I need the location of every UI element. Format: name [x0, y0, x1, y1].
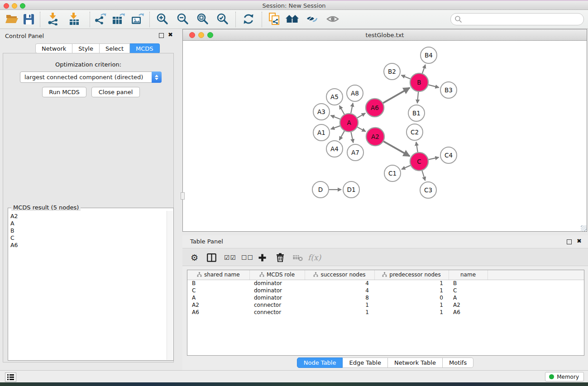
cell[interactable]: C [449, 287, 488, 294]
window-resize-grip[interactable] [581, 225, 587, 231]
graph-edge-A2-C[interactable] [383, 141, 410, 156]
cell[interactable]: C [187, 287, 249, 294]
show-eye-icon[interactable] [325, 12, 340, 26]
home-networks-icon[interactable] [285, 12, 300, 26]
close-panel-button[interactable]: Close panel [91, 87, 140, 97]
table-header-row[interactable]: shared nameMCDS rolesuccessor nodesprede… [187, 270, 584, 280]
graph-edge-A-A5[interactable] [339, 105, 344, 114]
mcds-result-item[interactable]: B [10, 227, 167, 234]
float-panel-icon[interactable] [159, 33, 164, 38]
cell[interactable]: A2 [187, 301, 249, 309]
graph-edge-A-A7[interactable] [351, 132, 353, 143]
cell[interactable]: 1 [305, 301, 374, 309]
dropdown-stepper-icon[interactable] [152, 71, 162, 83]
graph-edge-C-C2[interactable] [416, 142, 417, 152]
float-table-panel-icon[interactable] [567, 239, 572, 244]
cell[interactable]: A2 [449, 301, 488, 309]
cell[interactable]: A [449, 294, 488, 301]
cell[interactable]: 4 [305, 287, 374, 294]
graph-edge-B-B2[interactable] [401, 75, 410, 79]
hide-eye-icon[interactable] [305, 12, 320, 26]
table-row[interactable]: Bdominator41B [187, 280, 584, 287]
task-history-button[interactable] [5, 372, 16, 382]
graph-edge-A-A2[interactable] [358, 127, 366, 132]
cell[interactable]: 1 [374, 280, 449, 287]
tab-motifs[interactable]: Motifs [443, 357, 473, 368]
cell[interactable]: dominator [249, 280, 305, 287]
cell[interactable]: 1 [374, 301, 449, 309]
function-builder-icon[interactable]: f(x) [308, 251, 321, 264]
save-icon[interactable] [21, 12, 36, 26]
cell[interactable]: 1 [374, 309, 449, 316]
import-network-icon[interactable] [46, 12, 61, 26]
graph-edge-A-A3[interactable] [330, 115, 340, 119]
add-row-icon[interactable] [258, 251, 267, 264]
column-header-name[interactable]: name [449, 270, 488, 280]
cell[interactable]: connector [249, 301, 305, 309]
table-row[interactable]: A2connector11A2 [187, 301, 584, 309]
graph-edge-A-A1[interactable] [331, 126, 340, 129]
table-row[interactable]: Cdominator41C [187, 287, 584, 294]
export-image-icon[interactable] [130, 12, 145, 26]
tab-style[interactable]: Style [72, 43, 100, 53]
open-file-icon[interactable] [5, 12, 19, 26]
mcds-result-list[interactable]: A2ABCA6 [9, 211, 167, 360]
search-box[interactable] [450, 13, 584, 25]
graph-edge-B-B1[interactable] [417, 92, 418, 103]
network-window-titlebar[interactable]: testGlobe.txt [183, 29, 587, 41]
graph-edge-A6-B[interactable] [383, 88, 410, 103]
close-panel-icon[interactable]: ✖ [168, 31, 173, 38]
canvas-scrollbar-thumb[interactable] [181, 192, 185, 200]
tab-network[interactable]: Network [35, 43, 72, 53]
cell[interactable]: 1 [374, 287, 449, 294]
delete-row-icon[interactable] [276, 251, 284, 264]
tab-select[interactable]: Select [100, 43, 130, 53]
column-header-MCDS-role[interactable]: MCDS role [249, 270, 305, 280]
close-table-panel-icon[interactable]: ✖ [577, 238, 582, 244]
cell[interactable]: 4 [305, 280, 374, 287]
graph-edge-C-C3[interactable] [422, 171, 425, 181]
memory-button[interactable]: Memory [545, 372, 584, 381]
show-columns-icon[interactable] [207, 251, 216, 264]
tab-node-table[interactable]: Node Table [297, 357, 343, 368]
result-scrollbar[interactable] [167, 211, 173, 360]
graph-edge-C-C1[interactable] [402, 165, 411, 169]
table-row[interactable]: A6connector11A6 [187, 309, 584, 316]
refresh-icon[interactable] [241, 12, 256, 26]
graph-edge-A-A4[interactable] [339, 131, 344, 140]
network-graph[interactable]: B4B2BB3A5A8A6B1A3AC2A1A2A4A7C4CC1C3DD1 [183, 41, 587, 231]
graph-edge-C-C4[interactable] [429, 157, 439, 160]
graph-edge-B-B3[interactable] [428, 85, 439, 87]
mcds-result-item[interactable]: A2 [10, 213, 167, 220]
delete-table-icon[interactable] [293, 251, 303, 264]
table-settings-icon[interactable]: ⚙ [191, 251, 198, 264]
zoom-selected-icon[interactable] [215, 12, 230, 26]
search-input[interactable] [464, 16, 583, 23]
zoom-in-icon[interactable] [155, 12, 170, 26]
table-row[interactable]: Adominator80A [187, 294, 584, 301]
zoom-out-icon[interactable] [176, 12, 190, 26]
cell[interactable]: 8 [305, 294, 374, 301]
cell[interactable]: connector [249, 309, 305, 316]
column-header-shared-name[interactable]: shared name [187, 270, 249, 280]
cell[interactable]: B [449, 280, 488, 287]
mcds-result-item[interactable]: C [10, 234, 167, 242]
clear-all-checks-icon[interactable]: ☐☐ [241, 251, 253, 264]
column-header-successor-nodes[interactable]: successor nodes [305, 270, 374, 280]
cell[interactable]: A6 [187, 309, 249, 316]
column-header-predecessor-nodes[interactable]: predecessor nodes [374, 270, 449, 280]
export-network-icon[interactable] [93, 12, 108, 26]
graph-edge-A-A6[interactable] [357, 113, 365, 118]
select-all-checks-icon[interactable]: ☑☑ [224, 251, 236, 264]
tab-network-table[interactable]: Network Table [388, 357, 443, 368]
run-mcds-button[interactable]: Run MCDS [42, 87, 86, 97]
import-table-icon[interactable] [67, 12, 81, 26]
cell[interactable]: A [187, 294, 249, 301]
cell[interactable]: 0 [374, 294, 449, 301]
duplicate-network-icon[interactable] [267, 12, 282, 26]
export-table-icon[interactable] [111, 12, 126, 26]
cell[interactable]: B [187, 280, 249, 287]
cell[interactable]: dominator [249, 287, 305, 294]
cell[interactable]: A6 [449, 309, 488, 316]
mcds-result-item[interactable]: A [10, 220, 167, 227]
